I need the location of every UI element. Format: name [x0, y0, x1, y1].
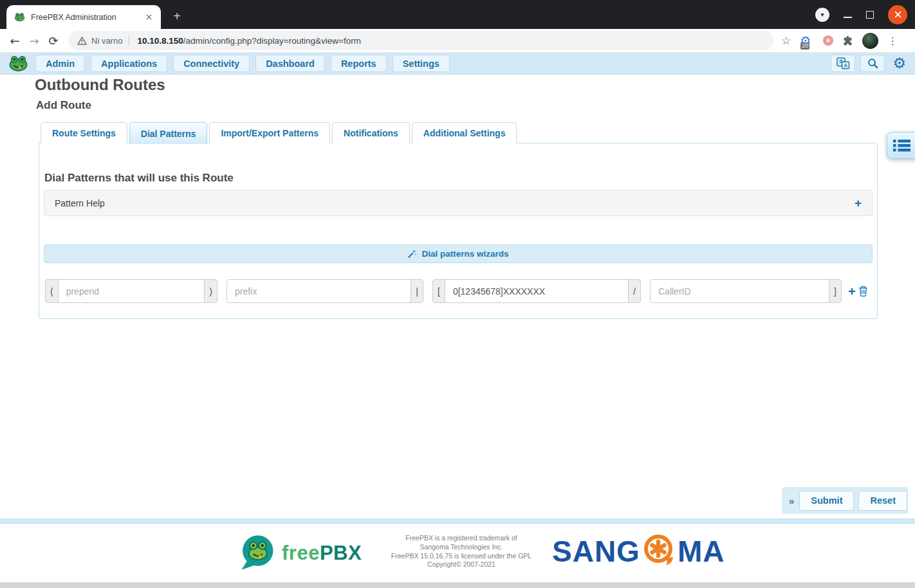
page-bottom-edge: [0, 582, 915, 588]
wizards-button-label: Dial patterns wizards: [421, 249, 508, 259]
copyright-line-1: FreePBX is a registered trademark of: [362, 534, 561, 543]
sangoma-logo: SANG MA: [552, 533, 725, 570]
list-icon: [893, 139, 910, 152]
tab-search-icon[interactable]: ▾: [815, 8, 829, 22]
brand-pbx: PBX: [320, 542, 362, 564]
pattern-help-label: Pattern Help: [55, 198, 105, 208]
toolbar-right: ☆ ⚙ 20 ⋮: [781, 33, 901, 49]
tab-route-settings[interactable]: Route Settings: [41, 122, 127, 143]
tab-close-icon[interactable]: [143, 12, 154, 23]
row-action-icons: +: [848, 285, 868, 298]
maximize-icon[interactable]: [866, 11, 874, 19]
extensions-puzzle-icon[interactable]: [842, 35, 853, 46]
add-pattern-icon[interactable]: +: [848, 285, 856, 298]
close-window-icon[interactable]: [888, 5, 907, 24]
expand-plus-icon[interactable]: +: [855, 196, 862, 210]
freepbx-footer-logo: freePBX: [238, 535, 362, 571]
reset-button[interactable]: Reset: [858, 491, 907, 511]
browser-window: FreePBX Administration + ▾ ← → ⟳ Ni varn…: [0, 0, 915, 588]
tab-title: FreePBX Administration: [31, 13, 143, 22]
prepend-input[interactable]: [58, 279, 205, 303]
prepend-group: ( ): [45, 279, 217, 303]
dial-patterns-panel: Dial Patterns that will use this Route P…: [39, 143, 878, 319]
delete-pattern-trash-icon[interactable]: [858, 286, 868, 297]
url-divider: [129, 35, 129, 46]
close-bracket-addon: ]: [829, 279, 842, 303]
browser-menu-icon[interactable]: ⋮: [887, 35, 898, 47]
browser-toolbar: ← → ⟳ Ni varno 10.10.8.150 /admin/config…: [0, 29, 915, 53]
reload-icon[interactable]: ⟳: [44, 34, 63, 48]
dial-pattern-row: ( ) | [ / ] +: [45, 279, 868, 303]
url-bar[interactable]: Ni varno 10.10.8.150 /admin/config.php?d…: [68, 31, 773, 50]
language-button[interactable]: A: [831, 55, 855, 72]
search-icon: [867, 58, 878, 69]
sangoma-suffix: MA: [678, 533, 725, 569]
callerid-group: ]: [650, 279, 842, 303]
footer: freePBX FreePBX is a registered trademar…: [0, 524, 915, 582]
tab-import-export-patterns[interactable]: Import/Export Patterns: [209, 122, 330, 143]
dial-patterns-wizards-button[interactable]: Dial patterns wizards: [44, 244, 873, 263]
browser-tab[interactable]: FreePBX Administration: [6, 5, 161, 29]
page-subtitle: Add Route: [36, 99, 91, 112]
not-secure-warning-icon: [77, 37, 87, 45]
menu-admin[interactable]: Admin: [35, 55, 85, 72]
minimize-icon[interactable]: [844, 17, 852, 18]
menu-reports[interactable]: Reports: [331, 55, 387, 72]
submit-button[interactable]: Submit: [799, 491, 854, 511]
freepbx-bubble-frog-icon: [238, 535, 275, 571]
back-icon[interactable]: ←: [5, 34, 24, 48]
pipe-addon: |: [411, 279, 423, 303]
freepbx-favicon-frog-icon: [14, 12, 25, 22]
sidebar-list-toggle-button[interactable]: [887, 132, 915, 159]
new-tab-button[interactable]: +: [169, 8, 185, 24]
callerid-input[interactable]: [650, 279, 829, 303]
form-actions: » Submit Reset: [782, 487, 908, 514]
profile-avatar[interactable]: [862, 33, 878, 49]
freepbx-frog-logo-icon[interactable]: [8, 55, 28, 72]
collapse-chevrons-icon[interactable]: »: [789, 495, 794, 506]
window-controls: ▾: [815, 0, 907, 29]
sangoma-prefix: SANG: [552, 533, 640, 569]
language-icon: A: [836, 57, 850, 69]
prefix-input[interactable]: [226, 279, 411, 303]
menu-dashboard[interactable]: Dashboard: [255, 55, 325, 72]
sangoma-bubble-asterisk-icon: [641, 533, 677, 570]
search-button[interactable]: [860, 55, 885, 72]
main-content: Outbound Routes Add Route Route Settings…: [0, 75, 915, 519]
browser-titlebar: FreePBX Administration + ▾: [0, 0, 915, 29]
url-path: /admin/config.php?display=routing&view=f…: [183, 36, 361, 46]
bookmark-star-icon[interactable]: ☆: [781, 34, 791, 47]
tab-additional-settings[interactable]: Additional Settings: [412, 122, 517, 143]
page-title: Outbound Routes: [35, 76, 165, 94]
settings-gear-icon[interactable]: ⚙: [892, 55, 906, 72]
copyright-line-3: FreePBX 15.0.16.75 is licensed under the…: [362, 552, 561, 561]
copyright-text: FreePBX is a registered trademark of San…: [362, 534, 561, 569]
match-pattern-group: [ /: [432, 279, 641, 303]
open-bracket-addon: [: [432, 279, 445, 303]
panel-heading: Dial Patterns that will use this Route: [44, 172, 234, 185]
security-label[interactable]: Ni varno: [91, 36, 122, 46]
close-paren-addon: ): [204, 279, 217, 303]
menu-settings[interactable]: Settings: [393, 55, 450, 72]
route-tabs: Route Settings Dial Patterns Import/Expo…: [41, 122, 519, 143]
copyright-line-4: Copyright© 2007-2021: [362, 560, 561, 569]
freepbx-navbar: Admin Applications Connectivity Dashboar…: [0, 53, 915, 75]
brand-free: free: [282, 542, 320, 564]
extension-dot-icon[interactable]: [823, 35, 833, 46]
svg-text:A: A: [844, 62, 847, 69]
menu-applications[interactable]: Applications: [91, 55, 167, 72]
match-pattern-input[interactable]: [445, 279, 629, 303]
menu-connectivity[interactable]: Connectivity: [173, 55, 250, 72]
tab-dial-patterns[interactable]: Dial Patterns: [129, 122, 208, 144]
pattern-help-accordion[interactable]: Pattern Help +: [44, 190, 873, 216]
tab-notifications[interactable]: Notifications: [332, 122, 410, 143]
forward-icon[interactable]: →: [24, 34, 44, 48]
slash-addon: /: [628, 279, 641, 303]
extension-gear-icon[interactable]: ⚙ 20: [800, 33, 814, 48]
footer-separator: [0, 519, 915, 524]
copyright-line-2: Sangoma Technologies Inc.: [362, 543, 561, 552]
magic-wand-icon: [407, 249, 417, 259]
url-host: 10.10.8.150: [137, 36, 183, 46]
prefix-group: |: [226, 279, 423, 303]
freepbx-wordmark: freePBX: [282, 542, 362, 565]
